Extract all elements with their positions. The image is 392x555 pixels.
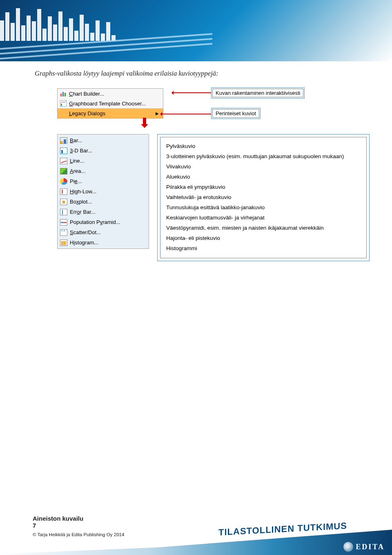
logo-swirl-icon bbox=[343, 542, 353, 552]
menu-error-bar[interactable]: Error Bar... bbox=[58, 207, 149, 217]
svg-rect-4 bbox=[61, 104, 62, 106]
menu-chart-builder[interactable]: Chart Builder... bbox=[58, 89, 163, 98]
spss-legacy-submenu: Bar... 3-D Bar... Line... Area... Pie...… bbox=[57, 134, 149, 249]
page-content: Graphs-valikosta löytyy laajempi valikoi… bbox=[0, 0, 392, 273]
copyright-text: © Tarja Heikkilä ja Edita Publishing Oy … bbox=[33, 532, 124, 537]
desc-bar: Pylväskuvio bbox=[166, 141, 361, 152]
menu-bar[interactable]: Bar... bbox=[58, 135, 149, 145]
high-low-icon bbox=[60, 188, 67, 195]
graphboard-icon bbox=[60, 100, 67, 107]
annotation-arrow bbox=[173, 92, 212, 93]
page-footer: Aineiston kuvailu 7 © Tarja Heikkilä ja … bbox=[0, 502, 392, 555]
graphs-menu-screenshot: Chart Builder... Graphboard Template Cho… bbox=[35, 87, 370, 128]
annotation-legacy: Perinteiset kuviot bbox=[211, 108, 261, 119]
error-bar-icon bbox=[60, 209, 67, 215]
menu-pie[interactable]: Pie... bbox=[58, 176, 149, 186]
page-number: 7 bbox=[33, 522, 124, 529]
annotation-interactive: Kuvan rakentaminen interaktiivisesti bbox=[211, 87, 305, 98]
desc-pyramid: Väestöpyramidi, esim. miesten ja naisten… bbox=[166, 223, 361, 233]
desc-high-low: Vaihteluväli- ja erotuskuvio bbox=[166, 192, 361, 203]
scatter-icon bbox=[60, 229, 67, 236]
desc-pie: Piirakka eli ympyräkuvio bbox=[166, 182, 361, 192]
menu-line[interactable]: Line... bbox=[58, 156, 149, 166]
menu-boxplot[interactable]: Boxplot... bbox=[58, 197, 149, 207]
svg-rect-0 bbox=[60, 94, 62, 96]
section-title: Aineiston kuvailu bbox=[33, 515, 124, 522]
menu-histogram[interactable]: Histogram... bbox=[58, 237, 149, 248]
boxplot-icon bbox=[60, 199, 67, 205]
menu-3d-bar[interactable]: 3-D Bar... bbox=[58, 145, 149, 156]
mnemonic-g: G bbox=[69, 101, 73, 107]
svg-rect-2 bbox=[65, 93, 66, 96]
histogram-icon bbox=[60, 239, 67, 246]
menu-area[interactable]: Area... bbox=[58, 166, 149, 176]
menu-population-pyramid[interactable]: Population Pyramid... bbox=[58, 217, 149, 227]
menu-legacy-dialogs[interactable]: Legacy Dialogs ▶ bbox=[58, 108, 163, 118]
pyramid-icon bbox=[60, 219, 67, 226]
legacy-dialogs-icon bbox=[60, 110, 67, 116]
line-icon bbox=[60, 158, 67, 164]
publisher-logo: EDITA bbox=[343, 542, 385, 552]
publisher-name: EDITA bbox=[356, 543, 385, 551]
spss-graphs-menu: Chart Builder... Graphboard Template Cho… bbox=[57, 88, 163, 119]
desc-histogram: Histogrammi bbox=[166, 244, 361, 254]
menu-graphboard-chooser[interactable]: Graphboard Template Chooser... bbox=[58, 98, 163, 108]
legacy-dialogs-submenu-block: Bar... 3-D Bar... Line... Area... Pie...… bbox=[35, 134, 370, 273]
pie-icon bbox=[60, 178, 67, 185]
desc-error-bar: Keskiarvojen luottamusväli- ja virhejana… bbox=[166, 213, 361, 223]
desc-scatter: Hajonta- eli pistekuvio bbox=[166, 233, 361, 244]
area-icon bbox=[60, 168, 67, 175]
chart-builder-icon bbox=[60, 90, 67, 97]
desc-3d-bar: 3-ulotteinen pylväskuvio (esim. muuttuja… bbox=[166, 152, 361, 162]
description-panel: Pylväskuvio 3-ulotteinen pylväskuvio (es… bbox=[157, 134, 370, 261]
menu-scatter-dot[interactable]: Scatter/Dot... bbox=[58, 227, 149, 237]
intro-paragraph: Graphs-valikosta löytyy laajempi valikoi… bbox=[35, 69, 368, 78]
desc-line: Viivakuvio bbox=[166, 162, 361, 172]
desc-area: Aluekuvio bbox=[166, 172, 361, 182]
red-down-arrow-icon bbox=[141, 118, 148, 128]
menu-high-low[interactable]: High-Low... bbox=[58, 186, 149, 197]
mnemonic-c: C bbox=[69, 91, 73, 97]
bar-icon bbox=[60, 137, 67, 144]
annotation-arrow bbox=[161, 114, 212, 114]
svg-rect-1 bbox=[62, 92, 64, 96]
desc-boxplot: Tunnuslukuja esittävä laatikko-janakuvio bbox=[166, 203, 361, 213]
bar3d-icon bbox=[60, 148, 67, 154]
